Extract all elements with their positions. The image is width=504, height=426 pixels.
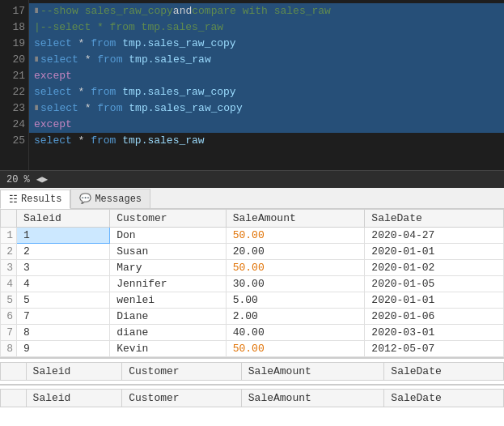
- tabs-bar: ☷ Results 💬 Messages: [0, 188, 504, 209]
- code-line-25: select * from tmp.sales_raw: [29, 133, 504, 149]
- col-customer-header[interactable]: Customer: [110, 210, 226, 228]
- empty-table-section-1: Saleid Customer SaleAmount SaleDate: [0, 357, 504, 384]
- cell-saleid[interactable]: 5: [17, 292, 110, 309]
- tab-results-label: Results: [21, 194, 61, 205]
- cell-saleid[interactable]: 8: [17, 325, 110, 341]
- cell-customer: Diane: [110, 309, 226, 325]
- empty-table-section-2: Saleid Customer SaleAmount SaleDate: [0, 384, 504, 411]
- row-num: 7: [1, 325, 17, 341]
- row-num: 2: [1, 244, 17, 260]
- line-numbers: 17 18 19 20 21 22 23 24 25: [0, 0, 29, 170]
- code-line-18: |--select * from tmp.sales_raw: [29, 19, 504, 36]
- empty-results-table-2: Saleid Customer SaleAmount SaleDate: [0, 389, 504, 407]
- code-line-22: select * from tmp.sales_raw_copy: [29, 84, 504, 100]
- cell-customer: Susan: [110, 244, 226, 260]
- tab-messages[interactable]: 💬 Messages: [70, 189, 150, 208]
- scroll-right-btn[interactable]: ▶: [42, 173, 48, 185]
- code-line-20: ∎ select * from tmp.sales_raw: [29, 52, 504, 68]
- cell-customer: Mary: [110, 260, 226, 276]
- row-num: 8: [1, 341, 17, 357]
- col-empty2-saleid[interactable]: Saleid: [26, 390, 122, 407]
- results-panel: ☷ Results 💬 Messages Saleid Customer Sal…: [0, 188, 504, 426]
- cell-saleid[interactable]: 4: [17, 276, 110, 292]
- cell-saleamount: 5.00: [226, 292, 365, 309]
- col-saleid-header[interactable]: Saleid: [17, 210, 110, 228]
- row-num: 6: [1, 309, 17, 325]
- collapse-btn-17[interactable]: ∎: [34, 3, 39, 19]
- zoom-level: 20 %: [6, 174, 30, 185]
- table-row: 3 3 Mary 50.00 2020-01-02: [1, 260, 504, 276]
- status-bar: 20 % ◀ ▶: [0, 170, 504, 188]
- table-row: 6 7 Diane 2.00 2020-01-06: [1, 309, 504, 325]
- cell-saledate: 2020-01-01: [365, 292, 504, 309]
- col-empty1-rownum: [1, 363, 27, 381]
- col-empty2-saledate[interactable]: SaleDate: [384, 390, 504, 407]
- cell-saledate: 2020-01-01: [365, 244, 504, 260]
- results-table: Saleid Customer SaleAmount SaleDate 1 1 …: [0, 209, 504, 357]
- cell-saleamount: 40.00: [226, 325, 365, 341]
- code-line-24: except: [29, 117, 504, 133]
- col-rownum-header: [1, 210, 17, 228]
- cell-customer: Kevin: [110, 341, 226, 357]
- empty-results-table-1: Saleid Customer SaleAmount SaleDate: [0, 362, 504, 381]
- cell-saledate: 2020-01-02: [365, 260, 504, 276]
- col-empty1-customer[interactable]: Customer: [122, 363, 242, 381]
- cell-saleamount: 2.00: [226, 309, 365, 325]
- code-editor[interactable]: 17 18 19 20 21 22 23 24 25 ∎ --show sale…: [0, 0, 504, 170]
- col-empty1-saledate[interactable]: SaleDate: [384, 363, 504, 381]
- cell-customer: Don: [110, 228, 226, 244]
- table-row: 5 5 wenlei 5.00 2020-01-01: [1, 292, 504, 309]
- col-saleamount-header[interactable]: SaleAmount: [226, 210, 365, 228]
- cell-saleamount: 30.00: [226, 276, 365, 292]
- cell-saledate: 2020-01-06: [365, 309, 504, 325]
- cell-saleamount: 50.00: [226, 341, 365, 357]
- code-line-19: select * from tmp.sales_raw_copy: [29, 36, 504, 52]
- message-icon: 💬: [79, 193, 91, 205]
- cell-customer: diane: [110, 325, 226, 341]
- code-line-17: ∎ --show sales_raw_copy and compare with…: [29, 3, 504, 19]
- col-saledate-header[interactable]: SaleDate: [365, 210, 504, 228]
- cell-saleid[interactable]: 1: [17, 228, 110, 244]
- row-num: 1: [1, 228, 17, 244]
- cell-saleamount: 50.00: [226, 228, 365, 244]
- table-row: 2 2 Susan 20.00 2020-01-01: [1, 244, 504, 260]
- scroll-left-btn[interactable]: ◀: [36, 173, 42, 185]
- table-row: 7 8 diane 40.00 2020-03-01: [1, 325, 504, 341]
- cell-saleid[interactable]: 7: [17, 309, 110, 325]
- cell-customer: Jennifer: [110, 276, 226, 292]
- col-empty2-saleamount[interactable]: SaleAmount: [241, 390, 384, 407]
- table-row: 4 4 Jennifer 30.00 2020-01-05: [1, 276, 504, 292]
- cell-saledate: 2020-04-27: [365, 228, 504, 244]
- code-line-21: except: [29, 68, 504, 84]
- grid-icon: ☷: [9, 194, 18, 206]
- cell-saleamount: 20.00: [226, 244, 365, 260]
- row-num: 5: [1, 292, 17, 309]
- table-row: 8 9 Kevin 50.00 2012-05-07: [1, 341, 504, 357]
- row-num: 3: [1, 260, 17, 276]
- cell-saleamount: 50.00: [226, 260, 365, 276]
- col-empty1-saleamount[interactable]: SaleAmount: [241, 363, 384, 381]
- cell-customer: wenlei: [110, 292, 226, 309]
- code-line-23: ∎ select * from tmp.sales_raw_copy: [29, 100, 504, 117]
- collapse-btn-23[interactable]: ∎: [34, 100, 39, 117]
- cell-saledate: 2020-03-01: [365, 325, 504, 341]
- col-empty1-saleid[interactable]: Saleid: [26, 363, 122, 381]
- col-empty2-customer[interactable]: Customer: [122, 390, 242, 407]
- tab-results[interactable]: ☷ Results: [0, 190, 70, 209]
- cell-saleid[interactable]: 9: [17, 341, 110, 357]
- data-table-container[interactable]: Saleid Customer SaleAmount SaleDate 1 1 …: [0, 209, 504, 426]
- tab-messages-label: Messages: [95, 194, 142, 205]
- cell-saledate: 2012-05-07: [365, 341, 504, 357]
- cell-saleid[interactable]: 3: [17, 260, 110, 276]
- row-num: 4: [1, 276, 17, 292]
- cell-saledate: 2020-01-05: [365, 276, 504, 292]
- cell-saleid[interactable]: 2: [17, 244, 110, 260]
- table-row: 1 1 Don 50.00 2020-04-27: [1, 228, 504, 244]
- code-content[interactable]: ∎ --show sales_raw_copy and compare with…: [29, 0, 504, 170]
- col-empty2-rownum: [1, 390, 27, 407]
- collapse-btn-20[interactable]: ∎: [34, 52, 39, 68]
